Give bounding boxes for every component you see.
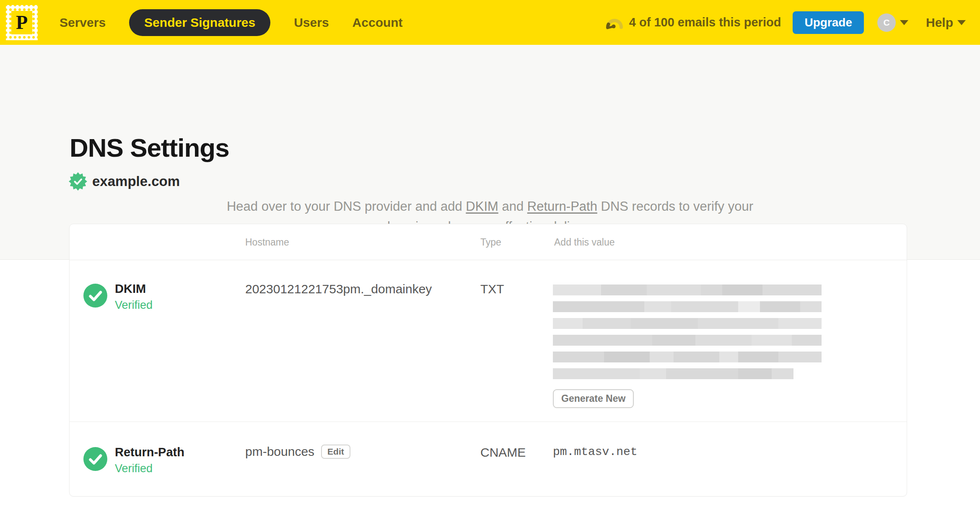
topbar: P Servers Sender Signatures Users Accoun… (0, 0, 980, 45)
col-type: Type (480, 237, 501, 248)
verified-seal-icon (69, 172, 87, 191)
nav-servers[interactable]: Servers (60, 16, 106, 30)
generate-new-button[interactable]: Generate New (553, 389, 634, 408)
chevron-down-icon (900, 20, 908, 25)
edit-button[interactable]: Edit (321, 445, 350, 459)
help-menu[interactable]: Help (926, 16, 966, 30)
nav-account[interactable]: Account (353, 16, 403, 30)
return-path-hostname: pm-bounces Edit (245, 445, 350, 459)
domain-row: example.com (69, 172, 180, 191)
redacted-line (553, 352, 822, 362)
table-row-return-path: Return-Path Verified pm-bounces Edit CNA… (70, 421, 907, 496)
dkim-value-redacted: Generate New (553, 284, 822, 408)
intro-lead: Head over to your DNS provider and add (227, 199, 466, 214)
status-badge: Verified (115, 299, 153, 312)
intro-mid: and (498, 199, 527, 214)
account-menu[interactable]: C (877, 13, 908, 32)
value-text: pm.mtasv.net (553, 445, 638, 458)
dkim-type: TXT (480, 282, 504, 296)
logo-letter: P (16, 11, 28, 34)
main-nav: Servers Sender Signatures Users Account (60, 9, 403, 36)
nav-users[interactable]: Users (294, 16, 329, 30)
dkim-hostname: 20230121221753pm._domainkey (245, 282, 432, 296)
dkim-link[interactable]: DKIM (466, 199, 498, 214)
postmark-logo[interactable]: P (6, 5, 38, 40)
return-path-link[interactable]: Return-Path (527, 199, 597, 214)
topbar-right: 4 of 100 emails this period Upgrade C He… (604, 11, 966, 34)
status-badge: Verified (115, 462, 153, 475)
redacted-line (553, 368, 793, 379)
app-window: P Servers Sender Signatures Users Accoun… (0, 0, 980, 512)
col-add-this-value: Add this value (554, 237, 614, 248)
nav-sender-signatures[interactable]: Sender Signatures (129, 9, 270, 36)
redacted-line (553, 301, 822, 312)
page-title: DNS Settings (70, 133, 229, 163)
return-path-type: CNAME (480, 445, 526, 460)
table-row-dkim: DKIM Verified 20230121221753pm._domainke… (70, 260, 907, 421)
verified-check-icon (83, 284, 107, 308)
help-label: Help (926, 16, 953, 30)
chevron-down-icon (957, 20, 966, 25)
redacted-line (553, 318, 822, 329)
logo-stamp-icon: P (11, 11, 32, 34)
redacted-line (553, 335, 822, 346)
usage-gauge-icon (604, 15, 624, 31)
dns-records-table: Hostname Type Add this value DKIM Verifi… (69, 224, 907, 496)
col-hostname: Hostname (245, 237, 289, 248)
return-path-value: pm.mtasv.net (553, 445, 638, 458)
hostname-text: pm-bounces (245, 445, 314, 459)
record-name: DKIM (115, 282, 146, 296)
usage-text: 4 of 100 emails this period (629, 16, 781, 29)
redacted-line (553, 284, 822, 295)
domain-name: example.com (92, 173, 180, 189)
table-header: Hostname Type Add this value (70, 224, 907, 260)
verified-check-icon (83, 447, 107, 471)
upgrade-button[interactable]: Upgrade (793, 11, 864, 34)
avatar[interactable]: C (877, 13, 896, 32)
record-name: Return-Path (115, 445, 184, 459)
